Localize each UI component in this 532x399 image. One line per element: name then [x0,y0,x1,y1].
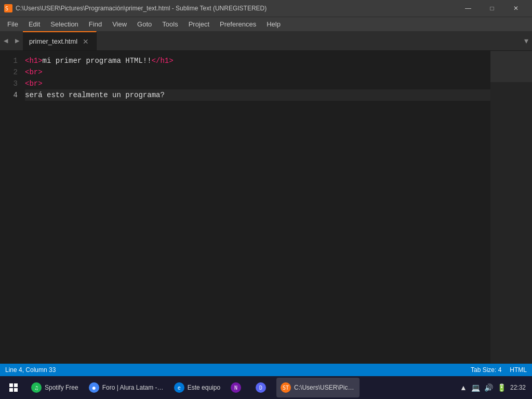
sublimetext-label: C:\Users\USER\Pictur... [294,384,355,391]
menu-item-edit[interactable]: Edit [23,18,45,30]
code-line-4: será esto realmente un programa? [25,89,490,101]
tab-size[interactable]: Tab Size: 4 [471,366,501,374]
menu-item-help[interactable]: Help [261,18,286,30]
taskbar-app-discord[interactable]: D [251,378,274,397]
taskbar: ♫Spotify Free●Foro | Alura Latam - ...eE… [0,376,532,399]
tray-network[interactable]: 💻 [471,383,480,392]
taskbar-apps: ♫Spotify Free●Foro | Alura Latam - ...eE… [27,378,360,397]
status-right: Tab Size: 4 HTML [471,366,527,374]
maximize-button[interactable]: □ [480,0,504,17]
discord-icon: D [256,382,266,393]
line-num-1: 1 [0,55,18,66]
cursor-position: Line 4, Column 33 [5,366,56,374]
start-button[interactable] [2,376,25,399]
tab-bar: ◀ ▶ primer_text.html ✕ ▾ [0,31,532,51]
tag-br-1: <br> [25,66,43,78]
svg-text:S: S [5,6,8,11]
menu-item-tools[interactable]: Tools [157,18,183,30]
tab-close-button[interactable]: ✕ [82,37,90,46]
tab-primer-text[interactable]: primer_text.html ✕ [23,31,97,50]
edge-label: Este equipo [188,384,220,391]
tray-volume[interactable]: 🔊 [484,383,493,392]
line-num-4: 4 [0,89,18,101]
title-bar-left: S C:\Users\USER\Pictures\Programación\pr… [4,4,267,12]
menu-bar: FileEditSelectionFindViewGotoToolsProjec… [0,17,532,31]
taskbar-app-spotify[interactable]: ♫Spotify Free [27,378,83,397]
title-bar: S C:\Users\USER\Pictures\Programación\pr… [0,0,532,17]
code-line-1: <h1>mi primer programa HTML!!</h1> [25,55,490,66]
tray-expand[interactable]: ▲ [460,383,467,392]
tag-close-h1: </h1> [152,55,174,66]
taskbar-app-sublimetext[interactable]: STC:\Users\USER\Pictur... [276,378,360,397]
menu-item-file[interactable]: File [2,18,23,30]
edge-icon: e [174,382,184,393]
syntax-label[interactable]: HTML [510,366,527,374]
line-num-2: 2 [0,66,18,78]
start-icon [9,383,18,392]
system-clock[interactable]: 22:32 [510,384,526,391]
text-content-4: será esto realmente un programa? [25,89,165,101]
taskbar-tray: ▲ 💻 🔊 🔋 22:32 [456,383,530,392]
chrome-label: Foro | Alura Latam - ... [102,384,164,391]
menu-item-preferences[interactable]: Preferences [215,18,261,30]
tag-br-2: <br> [25,78,43,89]
app-icon: S [4,4,12,12]
code-line-2: <br> [25,66,490,78]
menu-item-find[interactable]: Find [84,18,107,30]
taskbar-app-edge[interactable]: eEste equipo [170,378,224,397]
code-line-3: <br> [25,78,490,89]
tray-battery[interactable]: 🔋 [497,383,506,392]
line-num-3: 3 [0,78,18,89]
sublimetext-icon: ST [281,382,291,393]
minimap-viewport [490,51,532,82]
line-numbers: 1 2 3 4 [0,51,23,364]
menu-item-view[interactable]: View [107,18,132,30]
minimize-button[interactable]: ― [456,0,480,17]
minimap[interactable] [490,51,532,364]
close-button[interactable]: ✕ [504,0,528,17]
menu-item-project[interactable]: Project [183,18,215,30]
chrome-icon: ● [89,382,99,393]
text-content-1: mi primer programa HTML!! [43,55,152,66]
window-title: C:\Users\USER\Pictures\Programación\prim… [16,5,267,12]
tab-nav-right[interactable]: ▶ [11,31,23,50]
spotify-label: Spotify Free [45,384,78,391]
onenote-icon: N [231,382,241,393]
editor-container: 1 2 3 4 <h1>mi primer programa HTML!!</h… [0,51,532,364]
tab-dropdown[interactable]: ▾ [521,31,532,50]
tag-open-h1: <h1> [25,55,43,66]
taskbar-app-chrome[interactable]: ●Foro | Alura Latam - ... [85,378,168,397]
status-bar: Line 4, Column 33 Tab Size: 4 HTML [0,364,532,376]
menu-item-selection[interactable]: Selection [45,18,83,30]
status-left: Line 4, Column 33 [5,366,56,374]
taskbar-app-onenote[interactable]: N [227,378,249,397]
tab-label: primer_text.html [29,37,77,45]
spotify-icon: ♫ [31,382,42,393]
menu-item-goto[interactable]: Goto [132,18,157,30]
tab-nav-left[interactable]: ◀ [0,31,11,50]
window-controls: ― □ ✕ [456,0,528,17]
code-area[interactable]: <h1>mi primer programa HTML!!</h1> <br> … [23,51,490,364]
